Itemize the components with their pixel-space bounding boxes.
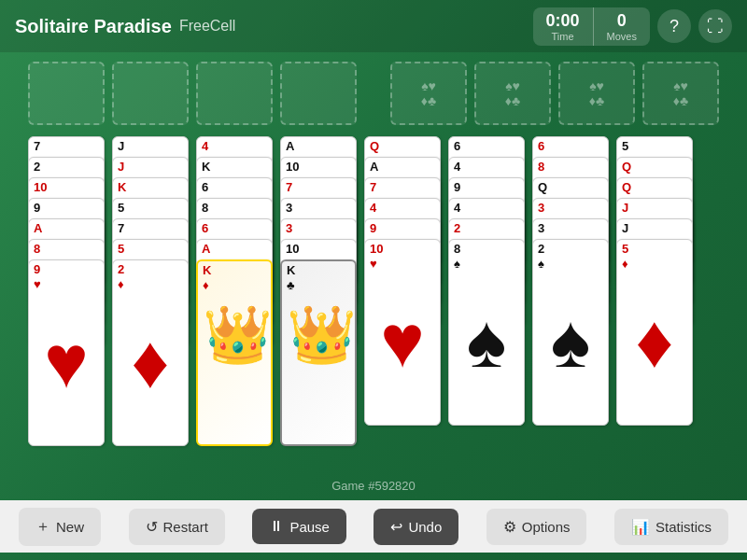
header: Solitaire Paradise FreeCell 0:00 Time 0 … <box>0 0 747 52</box>
card-5d[interactable]: 5♦ ♦ <box>616 239 693 426</box>
undo-icon: ↩ <box>390 518 402 536</box>
foundation-4-suit: ♠♥ <box>673 79 688 92</box>
foundation-2[interactable]: ♠♥ ♦♣ <box>474 62 551 125</box>
card-2d[interactable]: 2♦ ♦ <box>112 259 189 446</box>
foundation-1[interactable]: ♠♥ ♦♣ <box>390 62 467 125</box>
column-3: 4♦ K♠ 6♠ 8♣ 6♥ A♥ K♦ 👑 <box>196 136 273 454</box>
new-icon: ＋ <box>35 517 50 537</box>
card-9h[interactable]: 9♥ ♥ <box>28 259 105 446</box>
freecell-2[interactable] <box>112 62 189 125</box>
foundation-4-suit2: ♦♣ <box>673 94 688 107</box>
statistics-button[interactable]: 📊 Statistics <box>614 509 728 545</box>
game-area: ♠♥ ♦♣ ♠♥ ♦♣ ♠♥ ♦♣ ♠♥ ♦♣ 7♠ 2♠ <box>0 52 747 500</box>
card-kd-face[interactable]: K♦ 👑 <box>196 259 273 446</box>
moves-label: Moves <box>607 31 637 42</box>
freecell-1[interactable] <box>28 62 105 125</box>
options-icon: ⚙ <box>503 518 516 536</box>
moves-value: 0 <box>607 11 637 31</box>
restart-button[interactable]: ↺ Restart <box>129 509 225 545</box>
foundation-1-suit2: ♦♣ <box>421 94 436 107</box>
foundation-3[interactable]: ♠♥ ♦♣ <box>558 62 635 125</box>
card-8s[interactable]: 8♠ ♠ <box>448 239 525 426</box>
pause-icon: ⏸ <box>269 518 284 535</box>
foundation-2-suit2: ♦♣ <box>505 94 520 107</box>
foundation-4[interactable]: ♠♥ ♦♣ <box>642 62 719 125</box>
undo-label: Undo <box>408 519 442 535</box>
time-label: Time <box>546 31 580 42</box>
header-controls: 0:00 Time 0 Moves ? ⛶ <box>533 7 732 46</box>
game-id: Game #592820 <box>331 479 416 493</box>
foundation-1-suit: ♠♥ <box>421 79 436 92</box>
columns: 7♠ 2♠ 10♦ 9♣ A♦ 8♥ 9♥ ♥ <box>28 136 719 454</box>
card-kc-face[interactable]: K♣ 👑 <box>280 259 357 446</box>
help-button[interactable]: ? <box>657 9 691 43</box>
foundation-3-suit2: ♦♣ <box>589 94 604 107</box>
options-button[interactable]: ⚙ Options <box>486 509 587 545</box>
new-button[interactable]: ＋ New <box>19 508 101 546</box>
undo-button[interactable]: ↩ Undo <box>374 509 458 545</box>
column-6: 6♣ 4♠ 9♠ 4♣ 2♦ 8♠ ♠ <box>448 136 525 435</box>
card-2s2[interactable]: 2♠ ♠ <box>532 239 609 426</box>
time-stat: 0:00 Time <box>533 7 594 46</box>
time-value: 0:00 <box>546 11 580 31</box>
foundation-3-suit: ♠♥ <box>589 79 604 92</box>
foundation-2-suit: ♠♥ <box>505 79 520 92</box>
freecells <box>28 62 357 125</box>
card-10h[interactable]: 10♥ ♥ <box>364 239 441 426</box>
app-subtitle: FreeCell <box>179 18 235 35</box>
options-label: Options <box>522 519 571 535</box>
statistics-label: Statistics <box>655 519 712 535</box>
app-title: Solitaire Paradise <box>15 16 172 37</box>
column-2: J♣ J♦ K♥ 5♠ 7♣ 5♥ 2♦ ♦ <box>112 136 189 454</box>
new-label: New <box>56 519 84 535</box>
footer: ＋ New ↺ Restart ⏸ Pause ↩ Undo ⚙ Options… <box>0 500 747 553</box>
statistics-icon: 📊 <box>631 518 650 536</box>
column-5: Q♦ A♠ 7♥ 4♥ 9♦ 10♥ ♥ <box>364 136 441 435</box>
column-4: A♣ 10♠ 7♦ 3♣ 3♥ 10♣ K♣ 👑 <box>280 136 357 454</box>
moves-stat: 0 Moves <box>594 7 650 46</box>
restart-label: Restart <box>163 519 208 535</box>
foundations: ♠♥ ♦♣ ♠♥ ♦♣ ♠♥ ♦♣ ♠♥ ♦♣ <box>390 62 719 125</box>
game-stats: 0:00 Time 0 Moves <box>533 7 650 46</box>
column-1: 7♠ 2♠ 10♦ 9♣ A♦ 8♥ 9♥ ♥ <box>28 136 105 454</box>
pause-label: Pause <box>289 519 330 535</box>
restart-icon: ↺ <box>146 518 158 536</box>
freecell-4[interactable] <box>280 62 357 125</box>
top-row: ♠♥ ♦♣ ♠♥ ♦♣ ♠♥ ♦♣ ♠♥ ♦♣ <box>28 62 719 125</box>
column-7: 6♦ 8♦ Q♣ 3♦ 3♠ 2♠ ♠ <box>532 136 609 435</box>
fullscreen-button[interactable]: ⛶ <box>698 9 732 43</box>
column-8: 5♣ Q♥ Q♥ J♥ J♠ 5♦ ♦ <box>616 136 693 435</box>
pause-button[interactable]: ⏸ Pause <box>252 509 346 544</box>
freecell-3[interactable] <box>196 62 273 125</box>
